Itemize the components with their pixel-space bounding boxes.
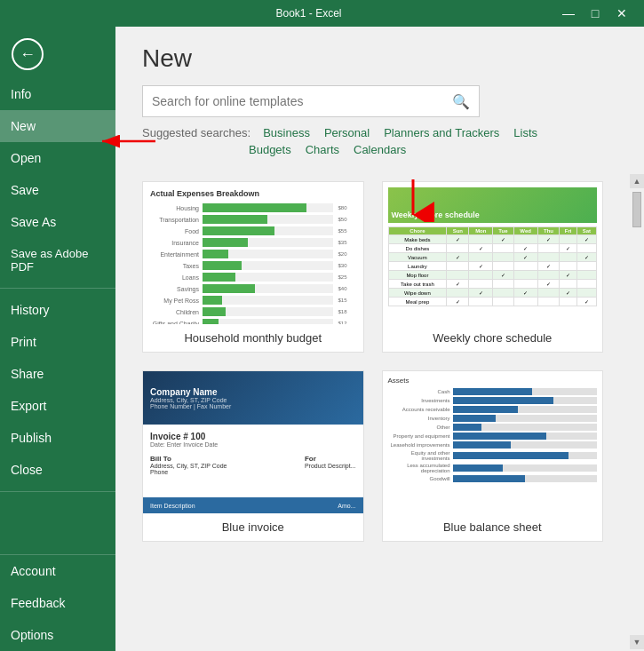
invoice-company: Company Name [150,387,356,397]
scroll-thumb[interactable] [632,192,641,227]
h-bar-track [453,452,598,459]
h-bar-fill [453,452,568,459]
bar-fill [203,215,267,224]
maximize-button[interactable]: □ [582,0,608,27]
bar-fill [203,226,274,235]
scroll-down-button[interactable]: ▼ [630,635,644,649]
sidebar-item-info[interactable]: Info [0,78,115,110]
sidebar-item-history[interactable]: History [0,294,115,326]
bar-label: My Pet Ross [150,298,199,304]
budget-bar-row: Transportation $50 [150,215,356,224]
bar-label: Loans [150,274,199,281]
search-input[interactable] [152,94,452,108]
bar-label: Children [150,309,199,315]
bar-value: $25 [338,274,356,280]
sidebar-item-new[interactable]: New [0,110,115,142]
h-bar-label: Inventory [388,416,450,421]
content-header: New 🔍 Suggested searches: Business Perso… [115,27,644,172]
sidebar-item-feedback[interactable]: Feedback [0,587,115,619]
titlebar: Book1 - Excel — □ ✕ [0,0,644,27]
h-bar-fill [453,397,554,404]
bar-label: Insurance [150,240,199,246]
h-bar-track [453,415,598,422]
template-chore[interactable]: Weekly chore schedule ChoreSunMonTueWedT… [382,181,604,353]
search-bar: 🔍 [142,85,480,117]
back-button[interactable]: ← [7,34,48,75]
suggested-personal[interactable]: Personal [324,126,370,139]
sidebar-item-save-as[interactable]: Save As [0,206,115,238]
template-invoice[interactable]: Company Name Address, City, ST, ZIP Code… [142,370,364,542]
h-bar-fill [453,433,547,440]
bar-track [203,273,333,282]
bar-label: Taxes [150,263,199,269]
suggested-planners[interactable]: Planners and Trackers [384,126,499,139]
chore-schedule: Weekly chore schedule ChoreSunMonTueWedT… [383,182,603,324]
balance-bars: Cash Investments Accounts receivable Inv… [388,388,598,482]
sidebar-item-open[interactable]: Open [0,142,115,174]
bar-track [203,284,333,293]
h-bar-track [453,433,598,440]
sidebar-nav: Info New Open Save Save As Save as Adobe… [0,78,115,651]
sidebar-item-options[interactable]: Options [0,619,115,651]
h-bar-label: Goodwill [388,476,450,481]
template-label-chore: Weekly chore schedule [383,324,603,352]
suggested-lists[interactable]: Lists [513,126,537,139]
suggested-searches: Suggested searches: Business Personal Pl… [142,126,617,156]
suggested-calendars[interactable]: Calendars [354,143,406,156]
suggested-label: Suggested searches: [142,126,250,139]
sidebar-item-save[interactable]: Save [0,174,115,206]
bar-track [203,238,333,247]
sidebar-item-print[interactable]: Print [0,326,115,358]
template-label-budget: Household monthly budget [143,324,363,352]
chore-title: Weekly chore schedule [392,210,480,219]
budget-bar-row: Savings $40 [150,284,356,293]
bar-value: $50 [338,217,356,222]
h-bar-track [453,406,598,413]
budget-bar-row: Insurance $35 [150,238,356,247]
balance-bar-row: Other [388,424,598,431]
template-budget[interactable]: Actual Expenses Breakdown Housing $80 Tr… [142,181,364,353]
suggested-charts[interactable]: Charts [306,143,339,156]
bar-label: Gifts and Charity [150,321,199,325]
h-bar-label: Accounts receivable [388,407,450,412]
template-balance[interactable]: Assets Cash Investments Accounts receiva… [382,370,604,542]
back-circle-icon[interactable]: ← [12,38,44,70]
bar-label: Housing [150,205,199,211]
h-bar-fill [453,475,525,482]
h-bar-fill [453,415,497,422]
h-bar-fill [453,424,482,431]
scroll-up-button[interactable]: ▲ [630,174,644,188]
sidebar-item-publish[interactable]: Publish [0,422,115,454]
h-bar-label: Cash [388,389,450,394]
content-area: New 🔍 Suggested searches: Business Perso… [115,27,644,651]
template-thumb-chore: Weekly chore schedule ChoreSunMonTueWedT… [383,182,603,324]
budget-chart: Actual Expenses Breakdown Housing $80 Tr… [143,182,363,324]
bar-track [203,296,333,305]
budget-bar-row: Gifts and Charity $12 [150,319,356,324]
close-button[interactable]: ✕ [608,0,635,27]
bar-value: $18 [338,309,356,314]
h-bar-track [453,424,598,431]
bar-value: $15 [338,298,356,303]
invoice-footer-text: Item Description [150,503,195,509]
sidebar-divider-1 [0,288,115,289]
bar-value: $55 [338,228,356,234]
sidebar-divider-2 [0,491,115,492]
h-bar-label: Other [388,425,450,430]
template-thumb-balance: Assets Cash Investments Accounts receiva… [383,371,603,513]
sidebar-item-account[interactable]: Account [0,555,115,587]
minimize-button[interactable]: — [555,0,582,27]
budget-bar-row: Children $18 [150,307,356,316]
budget-chart-title: Actual Expenses Breakdown [150,189,356,198]
bar-fill [203,238,248,247]
window-controls: — □ ✕ [555,0,635,27]
sidebar-item-share[interactable]: Share [0,358,115,390]
sidebar-item-close[interactable]: Close [0,454,115,486]
sidebar-item-save-as-pdf[interactable]: Save as Adobe PDF [0,238,115,282]
scroll-thumb-area [632,188,641,635]
template-scroll[interactable]: Actual Expenses Breakdown Housing $80 Tr… [115,172,630,651]
suggested-business[interactable]: Business [263,126,310,139]
suggested-budgets[interactable]: Budgets [249,143,291,156]
bar-fill [203,273,235,282]
sidebar-item-export[interactable]: Export [0,390,115,422]
